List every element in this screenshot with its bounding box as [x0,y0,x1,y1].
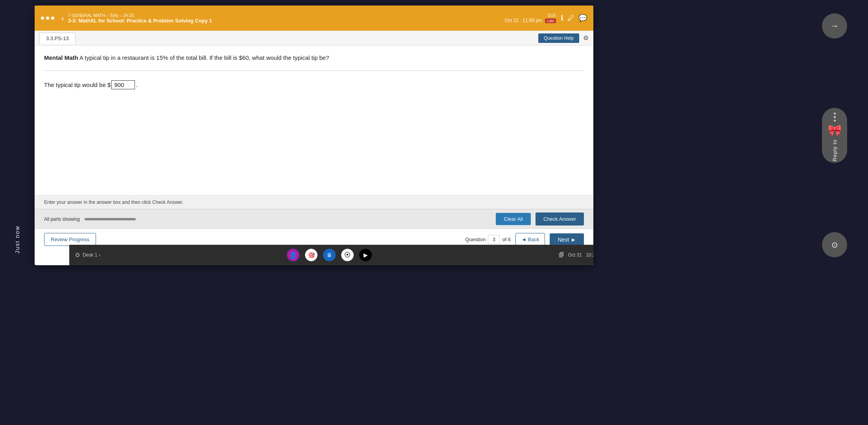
right-dots-panel[interactable]: 🎀 Reply to [822,108,847,163]
instruction-text: Enter your answer in the answer box and … [44,200,183,205]
due-label: DUE [505,13,556,18]
answer-area: The typical tip would be $900. [44,80,584,89]
tab-right: Question Help ⚙ [538,33,589,43]
taskbar-center: 👤 🎯 🖥 ⦿ ▶ [287,249,372,261]
dots-menu[interactable] [41,17,54,20]
taskbar-date: Oct 31 [568,252,582,258]
reply-to-label: Reply to [832,139,838,161]
dot-2 [46,17,49,20]
all-parts-label: All parts showing [44,216,80,222]
arrow-right-icon: → [830,21,839,31]
taskbar-time: 10:25 US [586,252,593,258]
back-button[interactable]: ◄ Back [515,233,545,246]
answer-suffix: . [136,81,137,88]
question-label: Question [465,237,486,242]
question-number-box[interactable]: 3 [488,235,500,244]
next-button[interactable]: Next ► [550,233,584,246]
taskbar-chrome-icon[interactable]: ⦿ [341,249,354,261]
clear-all-button[interactable]: Clear All [496,213,530,225]
course-name: 7 GENERAL MATH – 5(A) – 24-25 [68,13,212,18]
question-counter: Question 3 of 6 [465,235,511,244]
right-panel: → 🎀 Reply to ⊙ [801,6,868,265]
camera-icon: ⊙ [831,240,838,249]
header-icons: ℹ 🖊 💬 [561,14,587,22]
header-right: DUE Oct 22 · 11:59 pm Late ℹ 🖊 💬 [505,13,587,23]
just-now-label: Just now [14,225,20,253]
taskbar-chromebook-icon[interactable]: 🖥 [323,249,336,261]
dot-1 [41,17,44,20]
right-camera-button[interactable]: ⊙ [822,232,847,257]
assignment-name: 3-3: MathXL for School: Practice & Probl… [68,18,212,24]
question-body: A typical tip in a restaurant is 15% of … [78,54,329,61]
info-icon[interactable]: ℹ [561,14,563,22]
taskbar-left: Desk 1 › [76,252,100,258]
progress-bar-fill [85,218,136,220]
due-info: DUE Oct 22 · 11:59 pm Late [505,13,556,23]
progress-section: All parts showing Clear All Check Answer [35,209,593,229]
bold-prefix: Mental Math [44,54,78,61]
dot-3 [51,17,54,20]
total-questions: of 6 [502,237,511,242]
due-date: Oct 22 · 11:59 pm Late [505,18,556,23]
check-answer-button[interactable]: Check Answer [536,213,584,225]
late-badge: Late [545,18,556,23]
question-tab-bar: 3.3.PS-13 Question Help ⚙ [35,31,593,46]
nav-right: Question 3 of 6 ◄ Back Next ► [465,233,584,246]
edit-icon[interactable]: 🖊 [567,14,574,22]
progress-left: All parts showing [44,216,136,222]
left-panel: Just now [0,6,35,265]
question-help-button[interactable]: Question Help [538,33,579,43]
three-dots-icon [834,113,836,122]
header-bar: ‹ 7 GENERAL MATH – 5(A) – 24-25 3-3: Mat… [35,6,593,31]
taskbar-circle [76,253,79,257]
taskbar-avatar-icon[interactable]: 👤 [287,249,299,261]
taskbar-meet-icon[interactable]: 🎯 [305,249,318,261]
instruction-bar: Enter your answer in the answer box and … [35,195,593,209]
taskbar-desk[interactable]: Desk 1 › [83,252,100,258]
review-progress-button[interactable]: Review Progress [44,233,96,246]
right-arrow-button[interactable]: → [822,13,847,39]
taskbar-right: 🗐 Oct 31 10:25 US ▾ 🔋 [559,252,593,258]
gear-icon[interactable]: ⚙ [583,34,589,42]
taskbar-play-icon[interactable]: ▶ [359,249,372,261]
question-tab[interactable]: 3.3.PS-13 [39,33,76,44]
main-window: ‹ 7 GENERAL MATH – 5(A) – 24-25 3-3: Mat… [35,6,593,265]
chat-icon[interactable]: 💬 [578,14,587,22]
answer-prefix: The typical tip would be $ [44,81,111,88]
header-left: ‹ 7 GENERAL MATH – 5(A) – 24-25 3-3: Mat… [41,13,212,24]
answer-input[interactable]: 900 [111,80,135,89]
question-content: Mental Math A typical tip in a restauran… [35,46,593,195]
back-arrow[interactable]: ‹ [61,14,64,23]
question-text: Mental Math A typical tip in a restauran… [44,54,584,63]
header-title: 7 GENERAL MATH – 5(A) – 24-25 3-3: MathX… [68,13,212,24]
divider-line [44,70,584,71]
taskbar: Desk 1 › 👤 🎯 🖥 ⦿ ▶ 🗐 Oct 31 10:25 [69,245,593,265]
bow-icon: 🎀 [828,124,842,137]
progress-bar-track [85,218,136,220]
